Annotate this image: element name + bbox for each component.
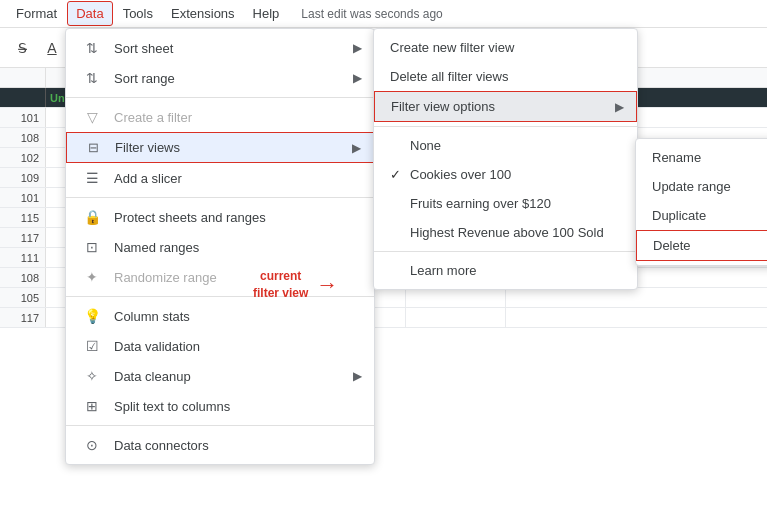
annotation-text: currentfilter view: [253, 268, 308, 302]
menu-item-update-range[interactable]: Update range: [636, 172, 767, 201]
menu-item-data-validation[interactable]: ☑ Data validation: [66, 331, 374, 361]
menu-item-rename[interactable]: Rename: [636, 143, 767, 172]
menu-item-sort-sheet[interactable]: ⇅ Sort sheet ▶: [66, 33, 374, 63]
column-stats-icon: 💡: [82, 308, 102, 324]
menu-item-protect-sheets[interactable]: 🔒 Protect sheets and ranges: [66, 202, 374, 232]
menu-item-data-connectors[interactable]: ⊙ Data connectors: [66, 430, 374, 460]
filter-options-submenu: Rename Update range Duplicate Delete: [635, 138, 767, 266]
split-text-icon: ⊞: [82, 398, 102, 414]
data-cleanup-icon: ✧: [82, 368, 102, 384]
sort-range-arrow: ▶: [353, 71, 362, 85]
menu-item-delete-all-filters[interactable]: Delete all filter views: [374, 62, 637, 91]
menu-help[interactable]: Help: [245, 2, 288, 25]
menu-item-none[interactable]: None: [374, 131, 637, 160]
spreadsheet-bg: Format Data Tools Extensions Help Last e…: [0, 0, 767, 529]
menu-item-create-filter[interactable]: ▽ Create a filter: [66, 102, 374, 132]
data-connectors-icon: ⊙: [82, 437, 102, 453]
data-dropdown-menu: ⇅ Sort sheet ▶ ⇅ Sort range ▶ ▽ Create a…: [65, 28, 375, 465]
last-edit-text: Last edit was seconds ago: [301, 7, 442, 21]
menu-item-split-text[interactable]: ⊞ Split text to columns: [66, 391, 374, 421]
current-filter-annotation: currentfilter view →: [253, 268, 338, 302]
menu-item-create-new-filter[interactable]: Create new filter view: [374, 33, 637, 62]
add-slicer-icon: ☰: [82, 170, 102, 186]
data-cleanup-arrow: ▶: [353, 369, 362, 383]
filter-views-arrow: ▶: [352, 141, 361, 155]
protect-sheets-icon: 🔒: [82, 209, 102, 225]
menu-extensions[interactable]: Extensions: [163, 2, 243, 25]
menu-item-fruits[interactable]: Fruits earning over $120: [374, 189, 637, 218]
menu-item-filter-views[interactable]: ⊟ Filter views ▶: [66, 132, 374, 163]
filter-views-divider-2: [374, 251, 637, 252]
create-filter-icon: ▽: [82, 109, 102, 125]
annotation-arrow: →: [316, 274, 338, 296]
row-header-corner: [0, 68, 46, 87]
menu-item-highest-revenue[interactable]: Highest Revenue above 100 Sold: [374, 218, 637, 247]
menu-bar: Format Data Tools Extensions Help Last e…: [0, 0, 767, 28]
menu-item-filter-options[interactable]: Filter view options ▶: [374, 91, 637, 122]
randomize-icon: ✦: [82, 269, 102, 285]
filter-views-divider-1: [374, 126, 637, 127]
toolbar-strikethrough[interactable]: S̶: [8, 34, 36, 62]
menu-divider-4: [66, 425, 374, 426]
menu-item-named-ranges[interactable]: ⊡ Named ranges: [66, 232, 374, 262]
menu-tools[interactable]: Tools: [115, 2, 161, 25]
menu-item-duplicate[interactable]: Duplicate: [636, 201, 767, 230]
named-ranges-icon: ⊡: [82, 239, 102, 255]
menu-divider-2: [66, 197, 374, 198]
menu-item-add-slicer[interactable]: ☰ Add a slicer: [66, 163, 374, 193]
filter-options-arrow: ▶: [615, 100, 624, 114]
menu-item-delete[interactable]: Delete: [636, 230, 767, 261]
toolbar-underline[interactable]: A: [38, 34, 66, 62]
filter-views-submenu: Create new filter view Delete all filter…: [373, 28, 638, 290]
filter-views-icon: ⊟: [83, 140, 103, 155]
sort-range-icon: ⇅: [82, 70, 102, 86]
menu-divider-1: [66, 97, 374, 98]
menu-data[interactable]: Data: [67, 1, 112, 26]
menu-format[interactable]: Format: [8, 2, 65, 25]
header-row-num: [0, 88, 46, 107]
data-validation-icon: ☑: [82, 338, 102, 354]
menu-item-learn-more[interactable]: Learn more: [374, 256, 637, 285]
menu-item-cookies[interactable]: ✓ Cookies over 100: [374, 160, 637, 189]
menu-item-column-stats[interactable]: 💡 Column stats: [66, 301, 374, 331]
menu-item-data-cleanup[interactable]: ✧ Data cleanup ▶: [66, 361, 374, 391]
sort-sheet-arrow: ▶: [353, 41, 362, 55]
sort-sheet-icon: ⇅: [82, 40, 102, 56]
menu-item-sort-range[interactable]: ⇅ Sort range ▶: [66, 63, 374, 93]
